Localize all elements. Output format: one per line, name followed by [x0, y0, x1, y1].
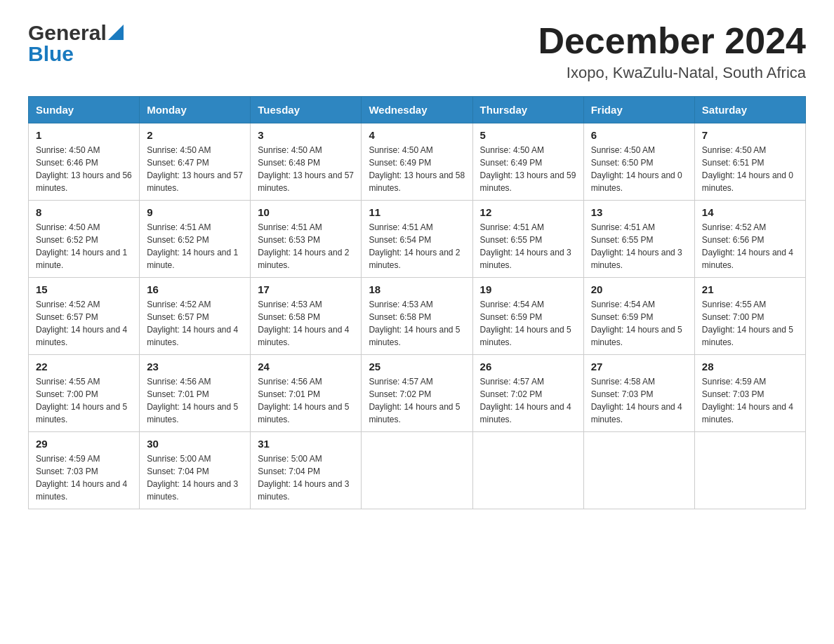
day-number: 19	[480, 283, 576, 295]
day-number: 13	[591, 206, 687, 218]
table-row: 15 Sunrise: 4:52 AMSunset: 6:57 PMDaylig…	[29, 278, 140, 355]
day-info: Sunrise: 4:50 AMSunset: 6:50 PMDaylight:…	[591, 145, 682, 193]
day-number: 1	[36, 129, 132, 141]
col-saturday: Saturday	[694, 97, 805, 123]
table-row: 31 Sunrise: 5:00 AMSunset: 7:04 PMDaylig…	[251, 432, 362, 509]
day-info: Sunrise: 4:55 AMSunset: 7:00 PMDaylight:…	[36, 377, 127, 424]
day-info: Sunrise: 4:50 AMSunset: 6:49 PMDaylight:…	[480, 145, 576, 193]
day-info: Sunrise: 4:50 AMSunset: 6:48 PMDaylight:…	[258, 145, 354, 193]
day-number: 30	[147, 438, 243, 450]
day-info: Sunrise: 5:00 AMSunset: 7:04 PMDaylight:…	[258, 454, 349, 502]
table-row: 9 Sunrise: 4:51 AMSunset: 6:52 PMDayligh…	[140, 201, 251, 278]
day-info: Sunrise: 4:51 AMSunset: 6:55 PMDaylight:…	[591, 222, 682, 270]
day-number: 25	[369, 361, 465, 373]
day-info: Sunrise: 4:53 AMSunset: 6:58 PMDaylight:…	[369, 300, 460, 347]
col-sunday: Sunday	[29, 97, 140, 123]
table-row: 8 Sunrise: 4:50 AMSunset: 6:52 PMDayligh…	[29, 201, 140, 278]
calendar-table: Sunday Monday Tuesday Wednesday Thursday…	[28, 96, 806, 509]
day-info: Sunrise: 4:52 AMSunset: 6:56 PMDaylight:…	[702, 222, 793, 270]
table-row: 12 Sunrise: 4:51 AMSunset: 6:55 PMDaylig…	[472, 201, 583, 278]
logo-general-text: General	[28, 21, 107, 45]
col-thursday: Thursday	[472, 97, 583, 123]
day-info: Sunrise: 4:50 AMSunset: 6:49 PMDaylight:…	[369, 145, 465, 193]
day-number: 27	[591, 361, 687, 373]
table-row: 29 Sunrise: 4:59 AMSunset: 7:03 PMDaylig…	[29, 432, 140, 509]
table-row: 19 Sunrise: 4:54 AMSunset: 6:59 PMDaylig…	[472, 278, 583, 355]
day-number: 12	[480, 206, 576, 218]
table-row: 16 Sunrise: 4:52 AMSunset: 6:57 PMDaylig…	[140, 278, 251, 355]
calendar-week-row: 1 Sunrise: 4:50 AMSunset: 6:46 PMDayligh…	[29, 123, 806, 201]
col-friday: Friday	[583, 97, 694, 123]
day-info: Sunrise: 4:50 AMSunset: 6:52 PMDaylight:…	[36, 222, 127, 270]
page-header: General Blue December 2024 Ixopo, KwaZul…	[28, 21, 806, 82]
calendar-week-row: 15 Sunrise: 4:52 AMSunset: 6:57 PMDaylig…	[29, 278, 806, 355]
table-row: 6 Sunrise: 4:50 AMSunset: 6:50 PMDayligh…	[583, 123, 694, 201]
table-row: 18 Sunrise: 4:53 AMSunset: 6:58 PMDaylig…	[362, 278, 472, 355]
day-info: Sunrise: 4:52 AMSunset: 6:57 PMDaylight:…	[147, 300, 238, 347]
table-row: 1 Sunrise: 4:50 AMSunset: 6:46 PMDayligh…	[29, 123, 140, 201]
table-row: 23 Sunrise: 4:56 AMSunset: 7:01 PMDaylig…	[140, 355, 251, 432]
day-info: Sunrise: 4:56 AMSunset: 7:01 PMDaylight:…	[147, 377, 238, 424]
day-number: 28	[702, 361, 798, 373]
day-number: 23	[147, 361, 243, 373]
day-info: Sunrise: 4:53 AMSunset: 6:58 PMDaylight:…	[258, 300, 349, 347]
logo-blue-text: Blue	[28, 42, 74, 66]
table-row: 7 Sunrise: 4:50 AMSunset: 6:51 PMDayligh…	[694, 123, 805, 201]
day-number: 7	[702, 129, 798, 141]
day-info: Sunrise: 4:51 AMSunset: 6:55 PMDaylight:…	[480, 222, 571, 270]
day-number: 26	[480, 361, 576, 373]
table-row: 24 Sunrise: 4:56 AMSunset: 7:01 PMDaylig…	[251, 355, 362, 432]
day-number: 20	[591, 283, 687, 295]
table-row: 28 Sunrise: 4:59 AMSunset: 7:03 PMDaylig…	[694, 355, 805, 432]
month-title: December 2024	[538, 21, 806, 61]
day-number: 24	[258, 361, 354, 373]
table-row: 5 Sunrise: 4:50 AMSunset: 6:49 PMDayligh…	[472, 123, 583, 201]
day-info: Sunrise: 4:50 AMSunset: 6:46 PMDaylight:…	[36, 145, 132, 193]
calendar-week-row: 29 Sunrise: 4:59 AMSunset: 7:03 PMDaylig…	[29, 432, 806, 509]
day-info: Sunrise: 4:51 AMSunset: 6:54 PMDaylight:…	[369, 222, 460, 270]
table-row: 30 Sunrise: 5:00 AMSunset: 7:04 PMDaylig…	[140, 432, 251, 509]
day-number: 8	[36, 206, 132, 218]
day-info: Sunrise: 4:50 AMSunset: 6:51 PMDaylight:…	[702, 145, 793, 193]
table-row: 17 Sunrise: 4:53 AMSunset: 6:58 PMDaylig…	[251, 278, 362, 355]
day-number: 16	[147, 283, 243, 295]
day-info: Sunrise: 4:51 AMSunset: 6:52 PMDaylight:…	[147, 222, 238, 270]
table-row: 14 Sunrise: 4:52 AMSunset: 6:56 PMDaylig…	[694, 201, 805, 278]
table-row: 26 Sunrise: 4:57 AMSunset: 7:02 PMDaylig…	[472, 355, 583, 432]
day-info: Sunrise: 4:55 AMSunset: 7:00 PMDaylight:…	[702, 300, 793, 347]
calendar-header-row: Sunday Monday Tuesday Wednesday Thursday…	[29, 97, 806, 123]
day-info: Sunrise: 5:00 AMSunset: 7:04 PMDaylight:…	[147, 454, 238, 502]
day-info: Sunrise: 4:52 AMSunset: 6:57 PMDaylight:…	[36, 300, 127, 347]
col-monday: Monday	[140, 97, 251, 123]
day-number: 17	[258, 283, 354, 295]
day-number: 31	[258, 438, 354, 450]
day-number: 15	[36, 283, 132, 295]
table-row: 13 Sunrise: 4:51 AMSunset: 6:55 PMDaylig…	[583, 201, 694, 278]
day-info: Sunrise: 4:56 AMSunset: 7:01 PMDaylight:…	[258, 377, 349, 424]
table-row: 4 Sunrise: 4:50 AMSunset: 6:49 PMDayligh…	[362, 123, 472, 201]
day-number: 6	[591, 129, 687, 141]
day-number: 5	[480, 129, 576, 141]
title-block: December 2024 Ixopo, KwaZulu-Natal, Sout…	[538, 21, 806, 82]
day-number: 18	[369, 283, 465, 295]
col-tuesday: Tuesday	[251, 97, 362, 123]
table-row: 10 Sunrise: 4:51 AMSunset: 6:53 PMDaylig…	[251, 201, 362, 278]
day-number: 4	[369, 129, 465, 141]
day-number: 14	[702, 206, 798, 218]
table-row	[583, 432, 694, 509]
day-number: 9	[147, 206, 243, 218]
day-info: Sunrise: 4:57 AMSunset: 7:02 PMDaylight:…	[480, 377, 571, 424]
day-info: Sunrise: 4:57 AMSunset: 7:02 PMDaylight:…	[369, 377, 460, 424]
logo-arrow-icon	[108, 25, 124, 40]
calendar-week-row: 8 Sunrise: 4:50 AMSunset: 6:52 PMDayligh…	[29, 201, 806, 278]
day-number: 10	[258, 206, 354, 218]
logo: General Blue	[28, 21, 124, 66]
table-row: 20 Sunrise: 4:54 AMSunset: 6:59 PMDaylig…	[583, 278, 694, 355]
day-number: 11	[369, 206, 465, 218]
day-info: Sunrise: 4:59 AMSunset: 7:03 PMDaylight:…	[36, 454, 127, 502]
day-number: 29	[36, 438, 132, 450]
table-row: 21 Sunrise: 4:55 AMSunset: 7:00 PMDaylig…	[694, 278, 805, 355]
day-info: Sunrise: 4:54 AMSunset: 6:59 PMDaylight:…	[591, 300, 682, 347]
day-number: 2	[147, 129, 243, 141]
table-row: 27 Sunrise: 4:58 AMSunset: 7:03 PMDaylig…	[583, 355, 694, 432]
